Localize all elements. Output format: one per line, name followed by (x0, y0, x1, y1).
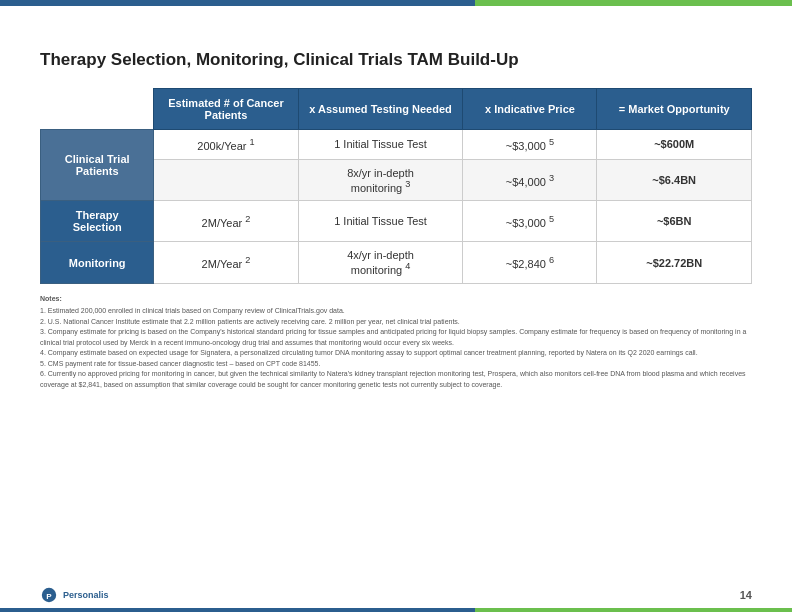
table-row: Monitoring 2M/Year 2 4x/yr in-depthmonit… (41, 242, 752, 284)
clinical-opportunity-1: ~$600M (597, 130, 752, 160)
tam-table: Estimated # of Cancer Patients x Assumed… (40, 88, 752, 284)
table-row: Therapy Selection 2M/Year 2 1 Initial Ti… (41, 201, 752, 242)
note-1: 1. Estimated 200,000 enrolled in clinica… (40, 306, 752, 317)
logo-area: P Personalis (40, 586, 109, 604)
note-6: 6. Currently no approved pricing for mon… (40, 369, 752, 390)
header-empty (41, 89, 154, 130)
slide-container: Therapy Selection, Monitoring, Clinical … (0, 0, 792, 612)
monitoring-price: ~$2,840 6 (463, 242, 597, 284)
monitoring-patients: 2M/Year 2 (154, 242, 298, 284)
table-row: Clinical Trial Patients 200k/Year 1 1 In… (41, 130, 752, 160)
therapy-testing: 1 Initial Tissue Test (298, 201, 463, 242)
page-title: Therapy Selection, Monitoring, Clinical … (40, 50, 752, 70)
note-5: 5. CMS payment rate for tissue-based can… (40, 359, 752, 370)
note-3: 3. Company estimate for pricing is based… (40, 327, 752, 348)
page-number: 14 (740, 589, 752, 601)
svg-text:P: P (46, 592, 52, 601)
row-label-monitoring: Monitoring (41, 242, 154, 284)
note-4: 4. Company estimate based on expected us… (40, 348, 752, 359)
note-2: 2. U.S. National Cancer Institute estima… (40, 317, 752, 328)
notes-title: Notes: (40, 294, 752, 305)
monitoring-opportunity: ~$22.72BN (597, 242, 752, 284)
clinical-testing-1: 1 Initial Tissue Test (298, 130, 463, 160)
header-testing: x Assumed Testing Needed (298, 89, 463, 130)
logo-text: Personalis (63, 590, 109, 600)
top-border-accent (0, 0, 792, 6)
header-opportunity: = Market Opportunity (597, 89, 752, 130)
row-label-clinical: Clinical Trial Patients (41, 130, 154, 201)
main-content: Therapy Selection, Monitoring, Clinical … (40, 30, 752, 582)
clinical-patients-1: 200k/Year 1 (154, 130, 298, 160)
clinical-patients-2 (154, 159, 298, 201)
personalis-logo-icon: P (40, 586, 58, 604)
therapy-price: ~$3,000 5 (463, 201, 597, 242)
notes-section: Notes: 1. Estimated 200,000 enrolled in … (40, 294, 752, 391)
bottom-border-accent (0, 608, 792, 612)
therapy-patients: 2M/Year 2 (154, 201, 298, 242)
therapy-opportunity: ~$6BN (597, 201, 752, 242)
monitoring-testing: 4x/yr in-depthmonitoring 4 (298, 242, 463, 284)
clinical-opportunity-2: ~$6.4BN (597, 159, 752, 201)
header-cancer-patients: Estimated # of Cancer Patients (154, 89, 298, 130)
row-label-therapy: Therapy Selection (41, 201, 154, 242)
clinical-price-1: ~$3,000 5 (463, 130, 597, 160)
header-price: x Indicative Price (463, 89, 597, 130)
clinical-price-2: ~$4,000 3 (463, 159, 597, 201)
footer: P Personalis 14 (40, 586, 752, 604)
clinical-testing-2: 8x/yr in-depthmonitoring 3 (298, 159, 463, 201)
